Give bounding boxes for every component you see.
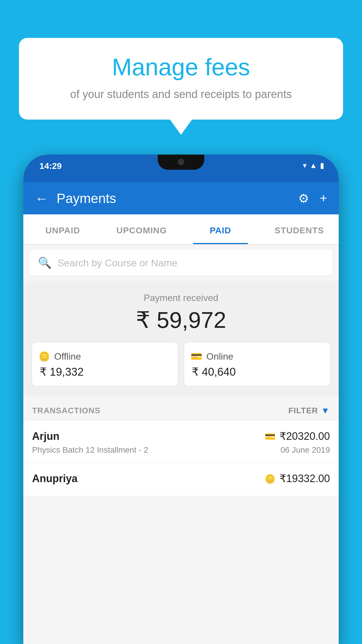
filter-label: FILTER xyxy=(288,406,318,415)
speech-bubble: Manage fees of your students and send re… xyxy=(19,38,343,120)
wifi-icon: ▾ xyxy=(303,161,307,170)
screen-body: 🔍 Search by Course or Name Payment recei… xyxy=(23,245,339,644)
transaction-row[interactable]: Arjun 💳 ₹20320.00 Physics Batch 12 Insta… xyxy=(23,421,339,463)
bubble-subtitle: of your students and send receipts to pa… xyxy=(36,87,326,102)
payment-cards: 🪙 Offline ₹ 19,332 💳 Online ₹ 40,640 xyxy=(32,343,330,386)
transaction-amount-wrap-2: 🪙 ₹19332.00 xyxy=(265,473,330,485)
tabs-bar: UNPAID UPCOMING PAID STUDENTS xyxy=(23,214,339,245)
online-amount: ₹ 40,640 xyxy=(191,365,236,378)
online-payment-card: 💳 Online ₹ 40,640 xyxy=(184,343,330,386)
camera-dot xyxy=(178,159,184,165)
search-bar[interactable]: 🔍 Search by Course or Name xyxy=(30,250,332,276)
app-bar-title: Payments xyxy=(57,190,298,206)
signal-icon: ▲ xyxy=(310,161,317,170)
transaction-top: Arjun 💳 ₹20320.00 xyxy=(32,430,330,442)
settings-button[interactable]: ⚙ xyxy=(298,191,309,206)
online-payment-icon: 💳 xyxy=(191,351,202,362)
notch xyxy=(158,155,204,170)
payment-summary: Payment received ₹ 59,972 🪙 Offline ₹ 19… xyxy=(23,281,339,397)
transaction-name-2: Anupriya xyxy=(32,473,78,485)
search-icon: 🔍 xyxy=(38,256,52,269)
transaction-amount-2: ₹19332.00 xyxy=(280,473,330,485)
offline-payment-card: 🪙 Offline ₹ 19,332 xyxy=(32,343,178,386)
transactions-header: TRANSACTIONS FILTER ▼ xyxy=(23,397,339,421)
back-button[interactable]: ← xyxy=(35,190,48,206)
transaction-amount: ₹20320.00 xyxy=(280,430,330,442)
tab-paid[interactable]: PAID xyxy=(181,214,260,244)
transaction-name: Arjun xyxy=(32,430,59,442)
filter-button[interactable]: FILTER ▼ xyxy=(288,406,330,416)
transaction-row[interactable]: Anupriya 🪙 ₹19332.00 xyxy=(23,463,339,496)
app-bar: ← Payments ⚙ + xyxy=(23,182,339,214)
online-tx-icon: 💳 xyxy=(265,431,275,442)
transaction-amount-wrap: 💳 ₹20320.00 xyxy=(265,430,330,442)
offline-label: Offline xyxy=(54,351,81,362)
tab-upcoming[interactable]: UPCOMING xyxy=(102,214,181,244)
offline-card-header: 🪙 Offline xyxy=(38,351,81,362)
battery-icon: ▮ xyxy=(320,161,324,170)
status-time: 14:29 xyxy=(39,161,62,171)
speech-bubble-section: Manage fees of your students and send re… xyxy=(19,38,343,120)
status-icons: ▾ ▲ ▮ xyxy=(303,161,324,170)
add-button[interactable]: + xyxy=(320,191,327,205)
phone-screen: 14:29 ▾ ▲ ▮ ← Payments ⚙ + UNPAID xyxy=(23,155,339,644)
offline-amount: ₹ 19,332 xyxy=(38,365,84,378)
payment-total-amount: ₹ 59,972 xyxy=(32,307,330,333)
offline-tx-icon: 🪙 xyxy=(265,474,275,484)
offline-payment-icon: 🪙 xyxy=(38,351,50,362)
transaction-course: Physics Batch 12 Installment - 2 xyxy=(32,445,148,455)
search-placeholder: Search by Course or Name xyxy=(57,257,178,269)
status-bar: 14:29 ▾ ▲ ▮ xyxy=(23,155,339,182)
bubble-title: Manage fees xyxy=(36,54,326,80)
phone-frame: 14:29 ▾ ▲ ▮ ← Payments ⚙ + UNPAID xyxy=(23,155,339,644)
tab-students[interactable]: STUDENTS xyxy=(260,214,339,244)
transaction-bottom: Physics Batch 12 Installment - 2 06 June… xyxy=(32,445,330,455)
online-label: Online xyxy=(206,351,233,362)
transaction-top: Anupriya 🪙 ₹19332.00 xyxy=(32,473,330,485)
filter-icon: ▼ xyxy=(321,406,330,416)
payment-received-label: Payment received xyxy=(32,293,330,303)
tab-unpaid[interactable]: UNPAID xyxy=(23,214,102,244)
app-bar-actions: ⚙ + xyxy=(298,191,327,206)
transactions-label: TRANSACTIONS xyxy=(32,406,100,415)
transaction-date: 06 June 2019 xyxy=(280,445,330,455)
online-card-header: 💳 Online xyxy=(191,351,233,362)
